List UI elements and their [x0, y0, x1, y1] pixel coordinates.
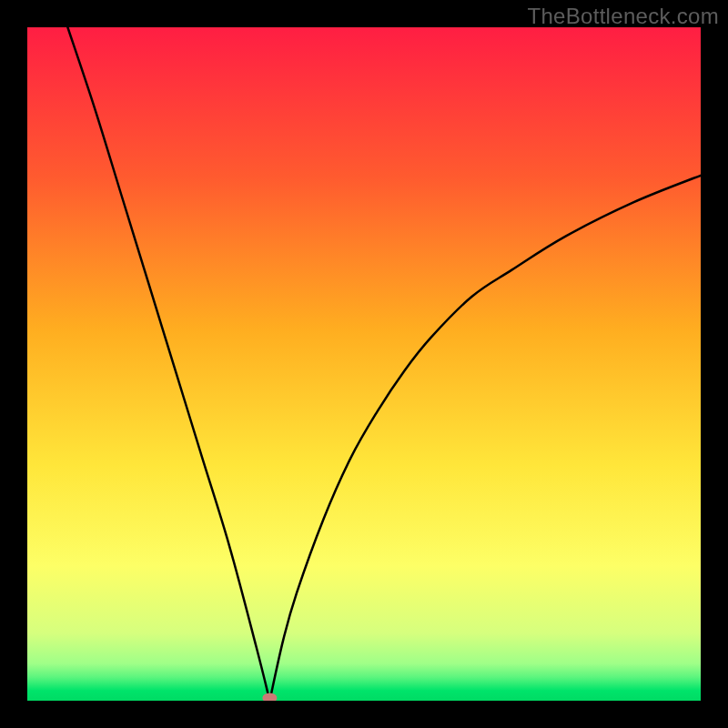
watermark-text: TheBottleneck.com — [527, 4, 719, 29]
plot-svg — [27, 27, 701, 701]
chart-frame: TheBottleneck.com — [0, 0, 728, 728]
plot-area — [27, 27, 701, 701]
gradient-rect — [27, 27, 701, 701]
